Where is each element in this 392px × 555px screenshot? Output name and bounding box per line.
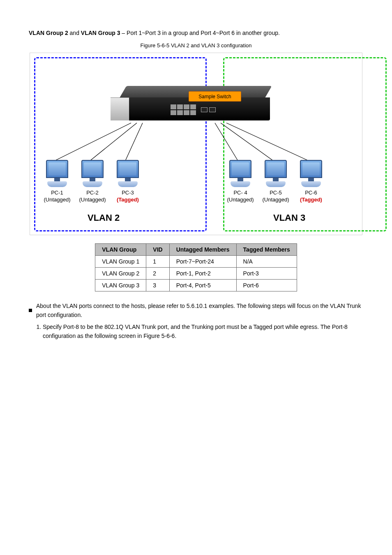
table-row: VLAN Group 11Port-7~Port-24N/A: [95, 256, 297, 268]
table-cell: Port-3: [236, 268, 297, 280]
table-cell: Port-1, Port-2: [169, 268, 236, 280]
pc-label: PC-6: [296, 190, 326, 196]
pc-node: PC-6 (Tagged): [296, 160, 326, 203]
table-row: VLAN Group 22Port-1, Port-2Port-3: [95, 268, 297, 280]
bold-vlan2: VLAN Group 2: [29, 30, 68, 36]
table-header: VLAN Group: [95, 244, 146, 256]
pc-node: PC-5 (Untagged): [261, 160, 291, 203]
bold-vlan3: VLAN Group 3: [81, 30, 120, 36]
network-switch: Sample Switch: [111, 86, 281, 126]
pc-node: PC-1 (Untagged): [42, 160, 72, 203]
scenario-step: Specify Port-8 to be the 802.1Q VLAN Tru…: [43, 322, 363, 341]
monitor-icon: [229, 160, 251, 178]
switch-label: Sample Switch: [189, 91, 241, 102]
table-cell: Port-7~Port-24: [169, 256, 236, 268]
table-header: Tagged Members: [236, 244, 297, 256]
pc-node: PC-3 (Tagged): [113, 160, 143, 203]
pc-label: PC-1: [42, 190, 72, 196]
scenario-heading: About the VLAN ports connect to the host…: [36, 301, 363, 320]
table-cell: 2: [146, 268, 169, 280]
monitor-icon: [300, 160, 322, 178]
pc-label: PC- 4: [226, 190, 255, 196]
table-cell: 1: [146, 256, 169, 268]
vlan3-box: [223, 57, 387, 231]
monitor-icon: [81, 160, 104, 178]
table-cell: Port-6: [236, 280, 297, 291]
vlan-diagram: Sample Switch VLAN 2 VLAN 3 PC-1: [30, 53, 362, 235]
table-cell: Port-4, Port-5: [169, 280, 236, 291]
vlan2-title: VLAN 2: [88, 213, 120, 223]
monitor-icon: [265, 160, 287, 178]
table-cell: VLAN Group 2: [95, 268, 146, 280]
intro-paragraph: VLAN Group 2 and VLAN Group 3 – Port 1~P…: [29, 29, 363, 37]
table-cell: VLAN Group 1: [95, 256, 146, 268]
pc-tag: (Untagged): [78, 197, 107, 203]
pc-tag: (Tagged): [113, 197, 143, 203]
table-cell: 3: [146, 280, 169, 291]
table-cell: N/A: [236, 256, 297, 268]
pc-label: PC-3: [113, 190, 143, 196]
figure-caption: Figure 5-6-5 VLAN 2 and VLAN 3 configura…: [29, 42, 363, 49]
bullet-icon: [29, 309, 32, 312]
table-cell: VLAN Group 3: [95, 280, 146, 291]
vlan-table: VLAN GroupVIDUntagged MembersTagged Memb…: [95, 243, 297, 291]
pc-label: PC-5: [261, 190, 291, 196]
pc-node: PC-2 (Untagged): [78, 160, 107, 203]
monitor-icon: [117, 160, 139, 178]
table-header: Untagged Members: [169, 244, 236, 256]
pc-node: PC- 4 (Untagged): [226, 160, 255, 203]
scenario-section: About the VLAN ports connect to the host…: [29, 301, 363, 341]
vlan3-title: VLAN 3: [273, 213, 305, 223]
monitor-icon: [46, 160, 68, 178]
pc-tag: (Untagged): [42, 197, 72, 203]
pc-tag: (Untagged): [226, 197, 255, 203]
pc-label: PC-2: [78, 190, 107, 196]
table-header: VID: [146, 244, 169, 256]
vlan2-box: [34, 57, 207, 231]
table-row: VLAN Group 33Port-4, Port-5Port-6: [95, 280, 297, 291]
pc-tag: (Tagged): [296, 197, 326, 203]
pc-tag: (Untagged): [261, 197, 291, 203]
